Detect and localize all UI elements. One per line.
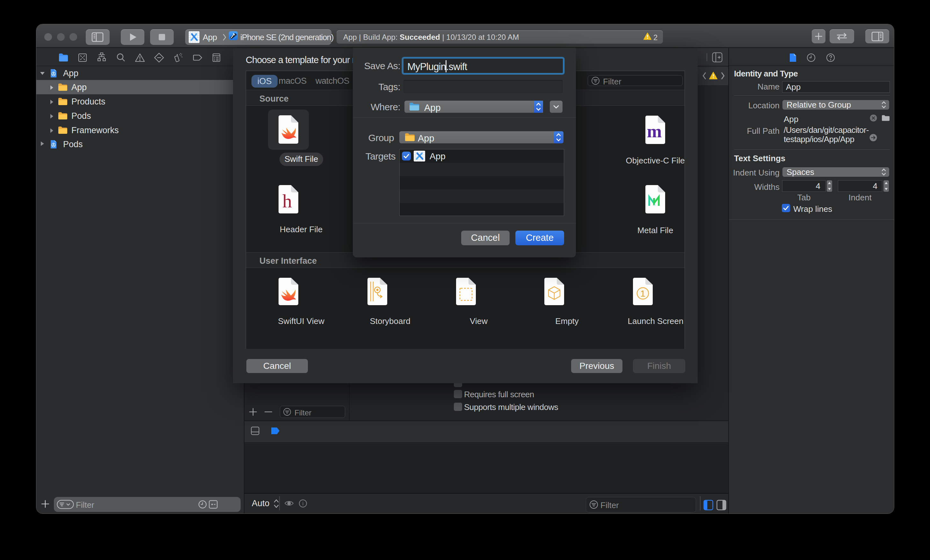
svg-text:i: i — [302, 501, 304, 506]
svg-text:h: h — [282, 191, 292, 212]
svg-text:1: 1 — [640, 289, 645, 298]
svg-text:m: m — [647, 122, 662, 141]
